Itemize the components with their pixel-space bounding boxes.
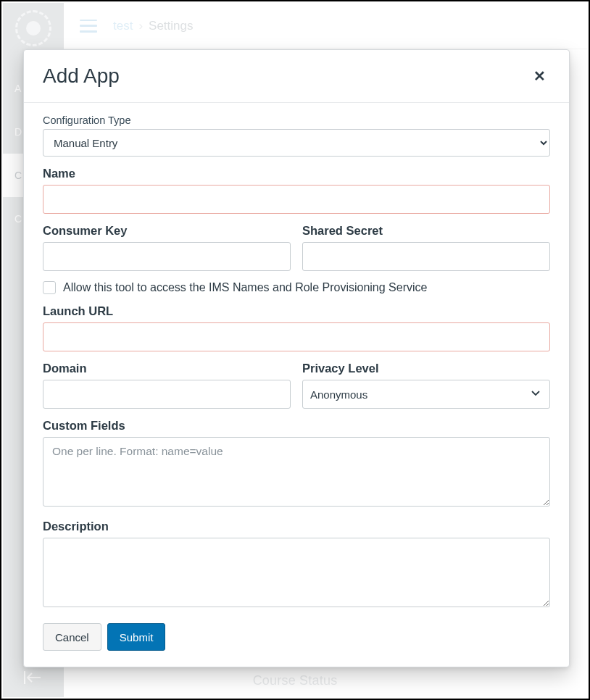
privacy-level-select[interactable] — [302, 380, 550, 409]
config-type-label: Configuration Type — [43, 114, 550, 126]
cancel-button[interactable]: Cancel — [43, 623, 101, 651]
domain-label: Domain — [43, 362, 291, 375]
config-type-select[interactable]: Manual Entry — [43, 129, 550, 157]
privacy-level-label: Privacy Level — [302, 362, 550, 375]
close-icon[interactable]: ✕ — [529, 66, 550, 86]
add-app-modal: Add App ✕ Configuration Type Manual Entr… — [23, 49, 570, 667]
launch-url-label: Launch URL — [43, 304, 550, 318]
ims-access-label: Allow this tool to access the IMS Names … — [63, 281, 427, 294]
launch-url-input[interactable] — [43, 322, 550, 351]
name-label: Name — [43, 167, 550, 180]
submit-button[interactable]: Submit — [107, 623, 166, 651]
shared-secret-input[interactable] — [302, 242, 550, 271]
ims-access-checkbox[interactable] — [43, 281, 56, 294]
description-textarea[interactable] — [43, 538, 550, 607]
domain-input[interactable] — [43, 380, 291, 409]
shared-secret-label: Shared Secret — [302, 224, 550, 238]
custom-fields-label: Custom Fields — [43, 419, 550, 433]
name-input[interactable] — [43, 185, 550, 214]
consumer-key-label: Consumer Key — [43, 224, 291, 238]
modal-title: Add App — [43, 64, 120, 88]
consumer-key-input[interactable] — [43, 242, 291, 271]
description-label: Description — [43, 520, 550, 533]
custom-fields-textarea[interactable] — [43, 437, 550, 507]
